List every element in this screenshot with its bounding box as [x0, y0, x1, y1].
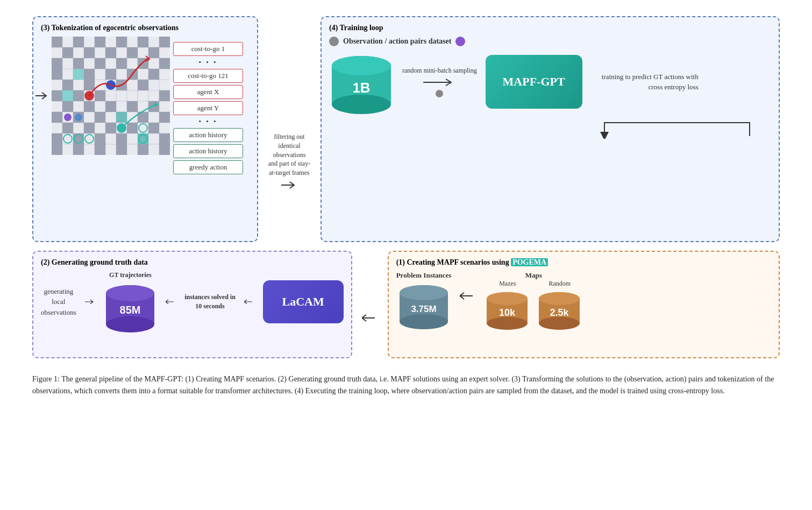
figure-caption: Figure 1: The general pipeline of the MA…: [32, 373, 780, 398]
bottom-right-inner: Problem Instances 3.75M: [396, 271, 771, 330]
svg-rect-67: [52, 133, 62, 144]
svg-rect-33: [73, 58, 84, 69]
svg-rect-79: [73, 69, 84, 80]
right-arrow-1b-icon: [423, 77, 455, 88]
svg-rect-46: [138, 80, 148, 90]
svg-rect-53: [105, 101, 116, 112]
svg-rect-73: [52, 144, 62, 155]
agent-x-box: agent X: [173, 85, 243, 99]
svg-rect-50: [159, 90, 170, 101]
svg-point-103: [400, 285, 448, 300]
pogema-label: POGEMA: [511, 258, 548, 266]
prob-instances-label: Problem Instances: [396, 271, 452, 280]
svg-rect-26: [159, 37, 170, 47]
cost-to-go-1-box: cost-to-go 1: [173, 42, 243, 56]
svg-rect-21: [52, 37, 62, 47]
svg-rect-31: [148, 47, 159, 58]
svg-rect-63: [84, 123, 95, 133]
svg-rect-66: [148, 123, 159, 133]
svg-rect-77: [138, 144, 148, 155]
purple-circle-icon: [455, 37, 465, 46]
mapfgpt-label: MAPF-GPT: [503, 75, 565, 89]
grid-canvas: [52, 37, 170, 155]
svg-rect-28: [84, 47, 95, 58]
token-boxes: cost-to-go 1 • • • cost-to-go 121 agent …: [173, 42, 243, 174]
svg-rect-54: [127, 101, 138, 112]
maps-row: Mazes 10k R: [485, 280, 582, 330]
svg-rect-70: [116, 133, 127, 144]
random-item: Random 2.5k: [537, 280, 582, 330]
training-loop-arrow-icon: [599, 117, 760, 139]
svg-point-107: [487, 317, 528, 330]
svg-rect-32: [52, 58, 62, 69]
svg-text:3.75M: 3.75M: [411, 304, 436, 314]
bottom-row: (2) Generating ground truth data generat…: [32, 251, 780, 358]
svg-point-98: [106, 285, 154, 301]
filter-arrow-icon: [281, 180, 297, 190]
svg-point-92: [332, 95, 391, 114]
svg-rect-39: [84, 69, 95, 80]
bottom-between-arrow-icon: [362, 313, 378, 323]
bottom-left-inner: generating local observations GT traject…: [41, 271, 344, 332]
random-label: Random: [549, 280, 571, 288]
main-row: (3) Tokenization of egocentric observati…: [32, 16, 780, 242]
svg-rect-27: [62, 47, 73, 58]
lacam-to-85m-arrow-icon: [166, 296, 176, 307]
maps-title: Maps: [525, 271, 542, 280]
svg-rect-40: [105, 69, 116, 80]
svg-text:2.5k: 2.5k: [550, 307, 569, 318]
svg-rect-52: [84, 101, 95, 112]
svg-rect-56: [52, 112, 62, 123]
cylinder-1b-container: 1B: [329, 49, 394, 114]
mazes-item: Mazes 10k: [485, 280, 530, 330]
diagram-area: (3) Tokenization of egocentric observati…: [32, 16, 780, 358]
lacam-label: LaCAM: [282, 295, 324, 309]
svg-text:85M: 85M: [120, 304, 141, 316]
svg-point-93: [332, 56, 391, 75]
svg-point-112: [539, 317, 580, 330]
svg-rect-74: [73, 144, 84, 155]
svg-rect-51: [62, 101, 73, 112]
svg-rect-61: [159, 112, 170, 123]
svg-rect-75: [95, 144, 105, 155]
greedy-action-box: greedy action: [173, 160, 243, 174]
svg-rect-78: [159, 144, 170, 155]
gray-circle-icon: [329, 37, 339, 46]
cylinder-1b-svg: 1B: [329, 49, 394, 114]
svg-point-108: [487, 292, 528, 305]
svg-rect-38: [52, 69, 62, 80]
figure-container: (3) Tokenization of egocentric observati…: [32, 16, 780, 398]
section2-box: (2) Generating ground truth data generat…: [32, 251, 352, 358]
section3-label: (3) Tokenization of egocentric observati…: [41, 24, 250, 32]
svg-rect-69: [95, 133, 105, 144]
minibatch-text: random mini-batch sampling: [402, 67, 477, 75]
svg-text:10k: 10k: [499, 307, 516, 318]
svg-rect-29: [105, 47, 116, 58]
svg-rect-81: [116, 112, 127, 123]
cylinder-85m-container: GT trajectories 85M: [103, 271, 157, 332]
lacam-box: LaCAM: [263, 280, 344, 323]
section1-box: (1) Creating MAPF scenarios using POGEMA…: [388, 251, 780, 358]
svg-rect-48: [73, 90, 84, 101]
svg-rect-34: [95, 58, 105, 69]
right-main-row: 1B random mini-batch sampling: [329, 49, 771, 114]
svg-rect-49: [95, 90, 105, 101]
training-desc: training to predict GT actions with cros…: [591, 72, 699, 93]
svg-rect-25: [138, 37, 148, 47]
svg-rect-35: [116, 58, 127, 69]
cylinder-85m-svg: 85M: [103, 281, 157, 332]
svg-rect-80: [62, 90, 73, 101]
section4-box: (4) Training loop Observation / action p…: [320, 16, 780, 242]
svg-rect-72: [159, 133, 170, 144]
svg-rect-37: [159, 58, 170, 69]
svg-rect-47: [52, 90, 62, 101]
svg-rect-76: [116, 144, 127, 155]
svg-rect-23: [95, 37, 105, 47]
cylinder-10k-svg: 10k: [485, 290, 530, 330]
svg-rect-58: [95, 112, 105, 123]
dots-top: • • •: [173, 58, 243, 67]
svg-rect-65: [127, 123, 138, 133]
obs-pair-row: Observation / action pairs dataset: [329, 37, 771, 46]
cylinder-25k-svg: 2.5k: [537, 290, 582, 330]
grid-svg: [52, 37, 170, 155]
